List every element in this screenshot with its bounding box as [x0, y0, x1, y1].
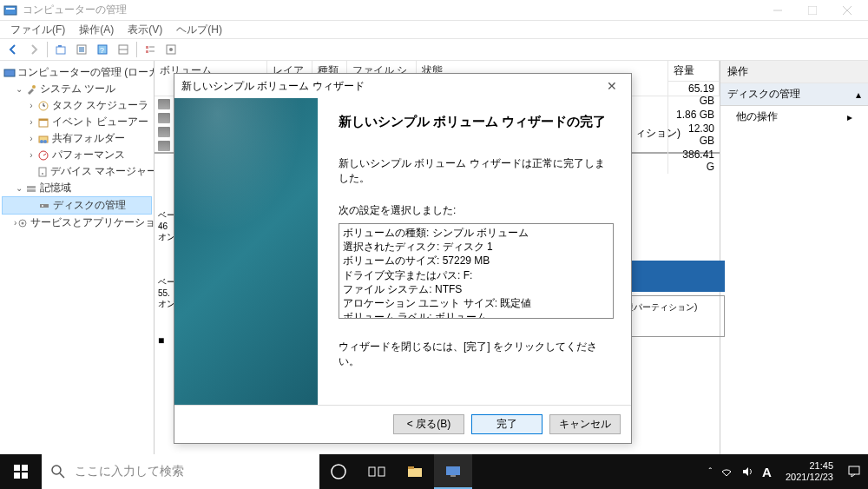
tree-device-manager[interactable]: デバイス マネージャー: [2, 163, 152, 180]
clock-icon: [36, 99, 50, 113]
wizard-back-button[interactable]: < 戻る(B): [393, 414, 464, 434]
window-title: コンピューターの管理: [23, 3, 760, 17]
maximize-button[interactable]: [795, 1, 830, 20]
tree-performance[interactable]: › パフォーマンス: [2, 147, 152, 163]
app-icon: [3, 3, 17, 17]
wizard-side-graphic: [174, 98, 318, 405]
svg-rect-49: [369, 467, 375, 476]
forward-icon[interactable]: [24, 40, 43, 59]
tree-label: 共有フォルダー: [52, 131, 125, 146]
expand-icon[interactable]: ›: [26, 150, 36, 160]
help-icon[interactable]: [114, 40, 133, 59]
toolbar: ?: [0, 38, 868, 61]
tree-system-tools[interactable]: ⌄ システム ツール: [2, 81, 152, 97]
tree-disk-management[interactable]: ディスクの管理: [2, 196, 152, 215]
tree-shared-folders[interactable]: › 共有フォルダー: [2, 130, 152, 147]
tree-root-label: コンピューターの管理 (ローカル): [17, 65, 155, 80]
navigation-tree: コンピューターの管理 (ローカル) ⌄ システム ツール › タスク スケジュー…: [0, 61, 155, 454]
summary-line: ボリュームのサイズ: 57229 MB: [343, 254, 609, 268]
back-icon[interactable]: [3, 40, 23, 59]
event-icon: [36, 116, 50, 129]
close-button[interactable]: [830, 1, 865, 20]
wizard-close-button[interactable]: ✕: [600, 79, 624, 93]
capacity-value: 1.86 GB: [667, 108, 720, 122]
explorer-icon[interactable]: [396, 454, 434, 489]
actions-section-disk-mgmt[interactable]: ディスクの管理 ▴: [720, 83, 868, 106]
menu-file[interactable]: ファイル(F): [3, 21, 72, 39]
wizard-cancel-button[interactable]: キャンセル: [549, 414, 621, 434]
wizard-dialog: 新しいシンプル ボリューム ウィザード ✕ 新しいシンプル ボリューム ウィザー…: [174, 73, 632, 444]
svg-point-48: [332, 465, 345, 479]
svg-point-21: [169, 48, 173, 51]
expand-icon[interactable]: ›: [26, 117, 36, 127]
ime-indicator[interactable]: A: [762, 465, 772, 479]
folder-share-icon: [36, 132, 50, 146]
partition-label: 復パーティション): [625, 301, 720, 314]
notification-icon[interactable]: [847, 465, 861, 479]
services-icon: [16, 216, 29, 230]
svg-rect-51: [408, 468, 422, 477]
svg-rect-17: [146, 50, 148, 53]
wizard-settings-label: 次の設定を選択しました:: [339, 203, 614, 218]
minimize-button[interactable]: [760, 1, 795, 20]
computer-management-icon[interactable]: [434, 454, 472, 489]
refresh-icon[interactable]: ?: [93, 40, 112, 59]
tree-services-apps[interactable]: › サービスとアプリケーション: [2, 215, 152, 231]
svg-rect-50: [378, 467, 385, 476]
svg-point-35: [42, 173, 43, 175]
svg-point-41: [22, 221, 24, 224]
menu-action[interactable]: 操作(A): [72, 21, 121, 39]
expand-icon[interactable]: ›: [26, 101, 36, 110]
svg-text:?: ?: [100, 46, 104, 55]
taskbar: ここに入力して検索 ˆ A 21:45 2021/12/23: [0, 454, 868, 489]
wizard-summary-box[interactable]: ボリュームの種類: シンプル ボリューム 選択されたディスク: ディスク 1 ボ…: [339, 223, 614, 319]
performance-icon: [36, 149, 50, 162]
taskbar-clock[interactable]: 21:45 2021/12/23: [780, 460, 838, 483]
menu-view[interactable]: 表示(V): [121, 21, 169, 39]
properties-icon[interactable]: [72, 40, 91, 59]
wizard-titlebar: 新しいシンプル ボリューム ウィザード ✕: [174, 74, 631, 98]
col-capacity[interactable]: 容量: [667, 61, 720, 82]
up-icon[interactable]: [51, 40, 70, 59]
collapse-arrow-icon: ▴: [856, 89, 861, 101]
tree-storage[interactable]: ⌄ 記憶域: [2, 180, 152, 196]
wizard-finish-button[interactable]: 完了: [471, 414, 542, 434]
svg-rect-34: [39, 168, 46, 176]
start-button[interactable]: [0, 454, 42, 489]
network-icon[interactable]: [720, 466, 733, 478]
tree-event-viewer[interactable]: › イベント ビューアー: [2, 114, 152, 130]
tree-label: ディスクの管理: [53, 198, 126, 213]
svg-rect-42: [14, 465, 20, 471]
svg-rect-52: [408, 466, 414, 469]
system-tray: ˆ A 21:45 2021/12/23: [701, 460, 868, 483]
tree-task-scheduler[interactable]: › タスク スケジューラ: [2, 97, 152, 114]
summary-line: ボリュームの種類: シンプル ボリューム: [343, 226, 609, 240]
tray-overflow-icon[interactable]: ˆ: [708, 466, 712, 477]
collapse-icon[interactable]: ⌄: [14, 84, 24, 94]
volume-icon[interactable]: [741, 466, 753, 478]
collapse-icon[interactable]: ⌄: [14, 183, 24, 193]
volume-icon: [158, 127, 170, 137]
menu-help[interactable]: ヘルプ(H): [169, 21, 229, 39]
svg-rect-36: [27, 186, 36, 188]
volume-icon: [158, 99, 170, 109]
partition-text-fragment: ィション): [635, 126, 681, 141]
task-view-icon[interactable]: [358, 454, 396, 489]
actions-other[interactable]: 他の操作 ▸: [720, 106, 868, 128]
volume-icon: [158, 113, 170, 123]
expand-icon[interactable]: ›: [26, 134, 36, 143]
taskbar-search[interactable]: ここに入力して検索: [42, 454, 319, 489]
list-icon[interactable]: [141, 40, 160, 59]
svg-point-39: [42, 205, 43, 207]
svg-rect-43: [22, 465, 28, 471]
tree-root[interactable]: コンピューターの管理 (ローカル): [2, 64, 152, 81]
disk-icon: [37, 199, 51, 213]
tree-label: デバイス マネージャー: [50, 164, 155, 179]
wizard-heading: 新しいシンプル ボリューム ウィザードの完了: [339, 114, 614, 130]
cortana-icon[interactable]: [319, 454, 358, 489]
wizard-content: 新しいシンプル ボリューム ウィザードの完了 新しいシンプル ボリューム ウィザ…: [318, 98, 631, 405]
wizard-completed-text: 新しいシンプル ボリューム ウィザードは正常に完了しました。: [339, 156, 614, 186]
summary-line: ファイル システム: NTFS: [343, 282, 609, 296]
svg-rect-6: [56, 47, 65, 54]
settings-icon[interactable]: [161, 40, 181, 59]
